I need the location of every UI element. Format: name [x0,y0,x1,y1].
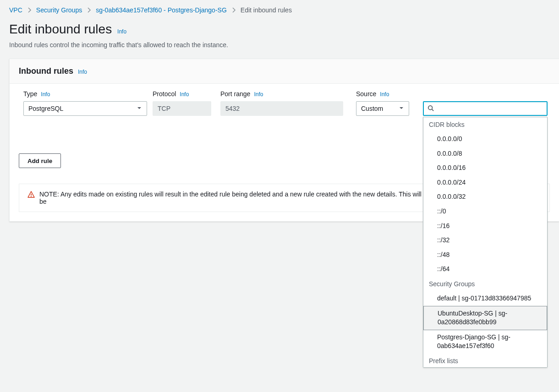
chevron-right-icon [87,7,91,13]
dropdown-sg-item-1[interactable]: UbuntuDesktop-SG | sg-0a20868d83fe0bb99 [423,306,547,330]
caret-down-icon [399,105,404,112]
dropdown-sg-item-0[interactable]: default | sg-01713d83366947985 [423,291,547,306]
port-input: 5432 [220,101,343,116]
source-mode-select[interactable]: Custom [356,101,409,116]
page-subtext: Inbound rules control the incoming traff… [0,39,559,55]
card-title: Inbound rules [19,66,73,76]
search-icon [427,105,434,113]
column-header-row: Type Info Protocol Info Port range Info … [19,90,550,98]
dropdown-group-prefix: Prefix lists [423,354,547,368]
col-label-port: Port range [220,90,250,98]
protocol-input: TCP [153,101,211,116]
port-value: 5432 [225,105,240,112]
source-search-input[interactable] [437,102,543,115]
page-header: Edit inbound rules Info [0,17,559,39]
protocol-value: TCP [158,105,170,112]
svg-point-0 [428,105,433,109]
dropdown-cidr-item-7[interactable]: ::/32 [423,233,547,248]
col-label-protocol: Protocol [153,90,176,98]
source-dropdown[interactable]: CIDR blocks0.0.0.0/00.0.0.0/80.0.0.0/160… [423,117,548,368]
dropdown-cidr-item-2[interactable]: 0.0.0.0/16 [423,161,547,175]
inbound-rules-card: Inbound rules Info Type Info Protocol In… [9,59,559,222]
type-select-value: PostgreSQL [28,105,63,112]
dropdown-group-sg: Security Groups [423,277,547,291]
type-select[interactable]: PostgreSQL [23,101,147,116]
source-search[interactable] [423,101,548,116]
svg-point-3 [31,196,32,197]
page-title: Edit inbound rules [9,22,112,36]
dropdown-cidr-item-8[interactable]: ::/48 [423,248,547,262]
dropdown-cidr-item-6[interactable]: ::/16 [423,219,547,234]
breadcrumb-vpc[interactable]: VPC [9,6,22,14]
info-link-source[interactable]: Info [380,91,389,98]
breadcrumb: VPC Security Groups sg-0ab634ae157ef3f60… [0,0,559,17]
caret-down-icon [137,105,142,112]
info-link-type[interactable]: Info [41,91,50,98]
breadcrumb-sg-current[interactable]: sg-0ab634ae157ef3f60 - Postgres-Django-S… [96,6,227,14]
breadcrumb-current: Edit inbound rules [241,6,292,14]
rule-row-0: PostgreSQL TCP 5432 Custom [19,101,550,116]
col-label-source: Source [356,90,376,98]
card-header: Inbound rules Info [10,59,559,84]
svg-line-1 [432,109,434,111]
info-link-protocol[interactable]: Info [180,91,189,98]
chevron-right-icon [231,7,236,13]
dropdown-cidr-item-9[interactable]: ::/64 [423,262,547,277]
breadcrumb-security-groups[interactable]: Security Groups [36,6,82,14]
col-label-type: Type [23,90,37,98]
dropdown-sg-item-2[interactable]: Postgres-Django-SG | sg-0ab634ae157ef3f6… [423,330,547,354]
dropdown-cidr-item-0[interactable]: 0.0.0.0/0 [423,132,547,147]
info-link-page[interactable]: Info [117,28,126,35]
warning-icon [27,191,35,198]
source-mode-value: Custom [361,105,383,112]
dropdown-cidr-item-1[interactable]: 0.0.0.0/8 [423,147,547,161]
info-link-inbound[interactable]: Info [78,69,87,75]
add-rule-button[interactable]: Add rule [19,153,61,168]
dropdown-cidr-item-4[interactable]: 0.0.0.0/32 [423,190,547,204]
dropdown-group-cidr: CIDR blocks [423,117,547,132]
dropdown-cidr-item-5[interactable]: ::/0 [423,204,547,219]
info-link-port[interactable]: Info [254,91,263,98]
dropdown-cidr-item-3[interactable]: 0.0.0.0/24 [423,175,547,190]
chevron-right-icon [27,7,32,13]
